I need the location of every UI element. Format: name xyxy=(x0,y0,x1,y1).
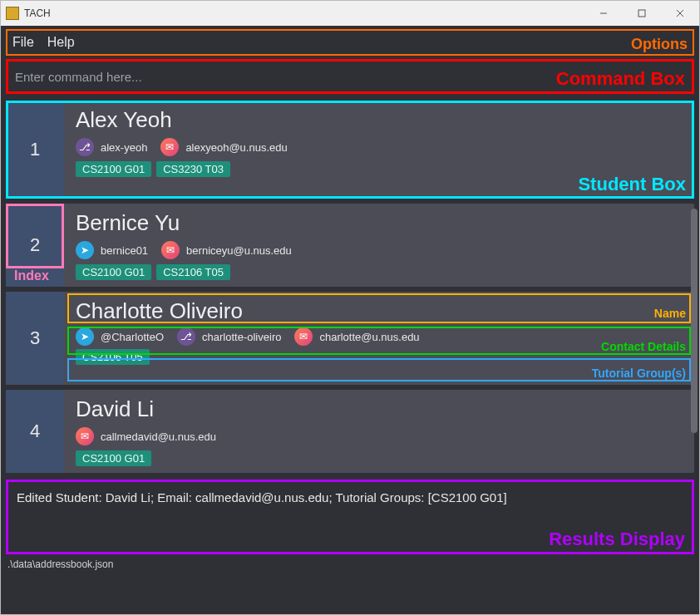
contacts: ⎇ alex-yeoh ✉ alexyeoh@u.nus.edu xyxy=(76,138,686,156)
email-icon: ✉ xyxy=(294,327,313,346)
contact-telegram: ➤ @CharlotteO xyxy=(76,327,164,346)
contact-telegram: ➤ bernice01 xyxy=(76,241,148,259)
contact-text: bernice01 xyxy=(101,244,148,257)
svg-rect-1 xyxy=(638,10,645,17)
contact-text: berniceyu@u.nus.edu xyxy=(186,244,292,257)
telegram-icon: ➤ xyxy=(76,241,94,259)
close-button[interactable] xyxy=(661,1,699,26)
app-window: TACH File Help Options Command Box xyxy=(0,0,700,615)
group-tag: CS2106 T05 xyxy=(76,349,150,365)
github-icon: ⎇ xyxy=(76,138,94,156)
student-name: Bernice Yu xyxy=(76,210,686,236)
index-value: 3 xyxy=(30,327,40,349)
status-path: .\data\addressbook.json xyxy=(7,558,113,570)
email-icon: ✉ xyxy=(161,241,180,259)
index-value: 4 xyxy=(30,421,40,442)
contact-email: ✉ callmedavid@u.nus.edu xyxy=(76,427,216,445)
titlebar-left: TACH xyxy=(6,7,51,20)
window-controls xyxy=(584,1,699,26)
minimize-icon xyxy=(599,9,608,17)
contact-github: ⎇ charlotte-oliveiro xyxy=(177,327,281,346)
index-value: 2 xyxy=(30,234,40,256)
contact-text: charlotte@u.nus.edu xyxy=(319,331,419,343)
menu-file[interactable]: File xyxy=(12,35,34,50)
annotation-options: Options xyxy=(631,36,688,53)
command-box: Command Box xyxy=(6,59,694,94)
titlebar: TACH xyxy=(1,1,699,26)
menubar: File Help Options xyxy=(6,29,694,56)
group-tag: CS3230 T03 xyxy=(156,161,230,177)
student-row[interactable]: 1 Alex Yeoh ⎇ alex-yeoh ✉ alexyeoh@u.nus… xyxy=(6,101,694,199)
group-tag: CS2100 G01 xyxy=(76,450,151,466)
student-name: Alex Yeoh xyxy=(76,107,686,133)
maximize-icon xyxy=(638,9,646,17)
contact-text: alexyeoh@u.nus.edu xyxy=(185,141,287,154)
contacts: ➤ bernice01 ✉ berniceyu@u.nus.edu xyxy=(76,241,686,259)
contacts: ➤ @CharlotteO ⎇ charlotte-oliveiro ✉ cha… xyxy=(76,327,686,346)
scrollbar-thumb[interactable] xyxy=(691,209,698,433)
student-body: Alex Yeoh ⎇ alex-yeoh ✉ alexyeoh@u.nus.e… xyxy=(64,101,694,199)
student-name: David Li xyxy=(76,396,686,422)
statusbar: .\data\addressbook.json xyxy=(1,556,699,575)
student-row[interactable]: 2 Bernice Yu ➤ bernice01 ✉ berniceyu@u.n… xyxy=(6,204,694,287)
student-body: Bernice Yu ➤ bernice01 ✉ berniceyu@u.nus… xyxy=(64,204,694,287)
group-tag: CS2106 T05 xyxy=(156,264,230,280)
contact-email: ✉ charlotte@u.nus.edu xyxy=(294,327,419,346)
window-title: TACH xyxy=(24,7,51,19)
telegram-icon: ➤ xyxy=(76,327,94,346)
contact-email: ✉ berniceyu@u.nus.edu xyxy=(161,241,292,259)
student-row[interactable]: 3 Charlotte Oliveiro ➤ @CharlotteO ⎇ cha… xyxy=(6,292,694,385)
app-icon xyxy=(6,7,19,20)
email-icon: ✉ xyxy=(160,138,179,156)
index-cell: 4 xyxy=(6,390,64,473)
group-tag: CS2100 G01 xyxy=(76,161,151,177)
contact-text: callmedavid@u.nus.edu xyxy=(101,430,216,443)
contacts: ✉ callmedavid@u.nus.edu xyxy=(76,427,686,445)
contact-github: ⎇ alex-yeoh xyxy=(76,138,147,156)
student-name: Charlotte Oliveiro xyxy=(76,298,686,324)
contact-email: ✉ alexyeoh@u.nus.edu xyxy=(160,138,287,156)
minimize-button[interactable] xyxy=(584,1,623,26)
student-list: 1 Alex Yeoh ⎇ alex-yeoh ✉ alexyeoh@u.nus… xyxy=(6,101,694,473)
tutorial-groups: CS2100 G01 xyxy=(76,450,686,466)
menu-help[interactable]: Help xyxy=(47,35,75,50)
tutorial-groups: CS2100 G01 CS3230 T03 xyxy=(76,161,686,177)
contact-text: alex-yeoh xyxy=(101,141,147,154)
close-icon xyxy=(676,9,684,17)
contact-text: charlotte-oliveiro xyxy=(202,331,281,343)
group-tag: CS2100 G01 xyxy=(76,264,151,280)
tutorial-groups: CS2100 G01 CS2106 T05 xyxy=(76,264,686,280)
annotation-results-display: Results Display xyxy=(549,529,685,550)
index-cell: 3 xyxy=(6,292,64,385)
student-body: David Li ✉ callmedavid@u.nus.edu CS2100 … xyxy=(64,390,694,473)
command-input[interactable] xyxy=(15,70,417,84)
github-icon: ⎇ xyxy=(177,327,195,346)
email-icon: ✉ xyxy=(76,427,94,445)
student-body: Charlotte Oliveiro ➤ @CharlotteO ⎇ charl… xyxy=(64,292,694,385)
index-value: 1 xyxy=(30,139,40,160)
maximize-button[interactable] xyxy=(623,1,661,26)
annotation-command-box: Command Box xyxy=(556,68,685,90)
index-cell: 1 xyxy=(6,101,64,199)
content-area: File Help Options Command Box 1 Alex Yeo… xyxy=(1,26,699,614)
results-display: Edited Student: David Li; Email: callmed… xyxy=(6,480,694,554)
student-row[interactable]: 4 David Li ✉ callmedavid@u.nus.edu CS210… xyxy=(6,390,694,473)
results-text: Edited Student: David Li; Email: callmed… xyxy=(17,490,507,504)
contact-text: @CharlotteO xyxy=(101,331,164,343)
tutorial-groups: CS2106 T05 xyxy=(76,349,686,365)
index-cell: 2 xyxy=(6,204,64,287)
